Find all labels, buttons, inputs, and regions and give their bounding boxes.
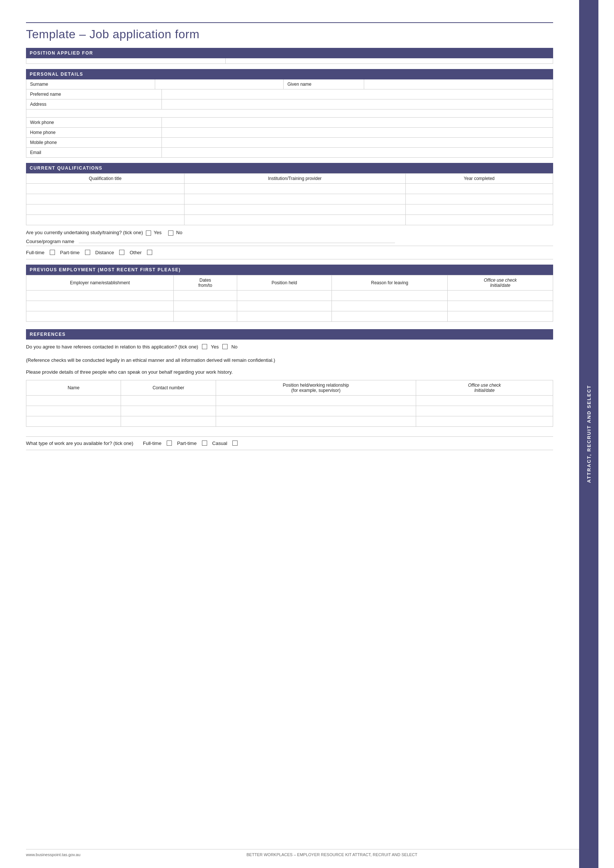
course-program-row: Course/program name: [26, 237, 553, 246]
emp-col3-header: Position held: [237, 275, 332, 290]
ref-r3c2[interactable]: [121, 416, 216, 426]
ref-r1c3[interactable]: [216, 395, 416, 406]
qual-row3-col1[interactable]: [26, 205, 185, 215]
qualifications-header: CURRENT QUALIFICATIONS: [26, 163, 553, 173]
other-checkbox[interactable]: [147, 250, 152, 255]
references-header: REFERENCES: [26, 329, 553, 339]
position-value-cell: [26, 58, 226, 64]
address-label: Address: [26, 99, 162, 109]
ref-r1c1[interactable]: [26, 395, 121, 406]
distance-label: Distance: [95, 250, 114, 255]
emp-r3c3[interactable]: [237, 311, 332, 321]
references-note1: (Reference checks will be conducted lega…: [26, 356, 553, 364]
email-value[interactable]: [162, 148, 553, 157]
given-name-label: Given name: [284, 79, 364, 89]
references-note2: Please provide details of three people w…: [26, 368, 553, 376]
surname-label: Surname: [26, 79, 155, 89]
references-question-text: Do you agree to have referees contacted …: [26, 344, 198, 350]
ref-col4-header: Office use check Initial/date: [416, 380, 553, 395]
parttime-checkbox[interactable]: [85, 250, 90, 255]
qual-col3-header: Year completed: [405, 174, 553, 184]
emp-r1c3[interactable]: [237, 290, 332, 301]
ref-no-label: No: [231, 344, 237, 350]
work-type-question: What type of work are you available for?…: [26, 440, 133, 446]
emp-r2c1[interactable]: [26, 301, 174, 311]
qual-row1-col3[interactable]: [405, 184, 553, 194]
emp-r2c2[interactable]: [174, 301, 237, 311]
position-empty-cell: [226, 58, 553, 64]
mobile-phone-value[interactable]: [162, 138, 553, 147]
qual-row4-col3[interactable]: [405, 215, 553, 225]
ref-yes-checkbox[interactable]: [202, 344, 207, 349]
qual-col1-header: Qualification title: [26, 174, 185, 184]
study-yes-label: Yes: [154, 230, 161, 235]
qual-row3-col2[interactable]: [184, 205, 405, 215]
ref-r2c2[interactable]: [121, 406, 216, 416]
ref-no-checkbox[interactable]: [222, 344, 228, 349]
home-phone-label: Home phone: [26, 128, 162, 137]
work-phone-value[interactable]: [162, 118, 553, 127]
emp-r2c5[interactable]: [448, 301, 553, 311]
study-question-row: Are you currently undertaking study/trai…: [26, 225, 553, 237]
study-mode-row: Full-time Part-time Distance Other: [26, 246, 553, 259]
qual-row4-col1[interactable]: [26, 215, 185, 225]
address-value[interactable]: [162, 99, 553, 109]
emp-r1c5[interactable]: [448, 290, 553, 301]
qual-row2-col2[interactable]: [184, 194, 405, 205]
ref-r1c2[interactable]: [121, 395, 216, 406]
references-question-row: Do you agree to have referees contacted …: [26, 339, 553, 353]
home-phone-value[interactable]: [162, 128, 553, 137]
ref-col2-header: Contact number: [121, 380, 216, 395]
ref-yes-label: Yes: [211, 344, 219, 350]
emp-r3c4[interactable]: [332, 311, 447, 321]
footer-left: www.businesspoint.tas.gov.au: [26, 852, 81, 857]
emp-r3c1[interactable]: [26, 311, 174, 321]
ref-r1c4[interactable]: [416, 395, 553, 406]
ref-r3c4[interactable]: [416, 416, 553, 426]
parttime-label: Part-time: [60, 250, 80, 255]
qual-row2-col3[interactable]: [405, 194, 553, 205]
emp-r1c4[interactable]: [332, 290, 447, 301]
course-label: Course/program name: [26, 239, 74, 244]
ref-r2c1[interactable]: [26, 406, 121, 416]
ref-col1-header: Name: [26, 380, 121, 395]
ref-r2c4[interactable]: [416, 406, 553, 416]
ref-fulltime-checkbox[interactable]: [167, 440, 172, 446]
ref-r3c1[interactable]: [26, 416, 121, 426]
work-type-row: What type of work are you available for?…: [26, 436, 553, 450]
page-title: Template – Job application form: [26, 28, 553, 41]
fulltime-checkbox[interactable]: [50, 250, 55, 255]
work-phone-label: Work phone: [26, 118, 162, 127]
employment-header: PREVIOUS EMPLOYMENT (MOST RECENT FIRST P…: [26, 265, 553, 275]
emp-r2c4[interactable]: [332, 301, 447, 311]
emp-col2-header: Dates from/to: [174, 275, 237, 290]
emp-r2c3[interactable]: [237, 301, 332, 311]
surname-value[interactable]: [155, 79, 284, 89]
emp-r3c2[interactable]: [174, 311, 237, 321]
qual-row1-col2[interactable]: [184, 184, 405, 194]
qual-row4-col2[interactable]: [184, 215, 405, 225]
ref-parttime-checkbox[interactable]: [202, 440, 207, 446]
other-label: Other: [130, 250, 142, 255]
qual-row2-col1[interactable]: [26, 194, 185, 205]
ref-casual-checkbox[interactable]: [233, 440, 237, 446]
study-yes-checkbox[interactable]: [146, 231, 151, 236]
preferred-name-value[interactable]: [162, 90, 553, 99]
study-question-text: Are you currently undertaking study/trai…: [26, 230, 143, 235]
ref-r2c3[interactable]: [216, 406, 416, 416]
distance-checkbox[interactable]: [119, 250, 124, 255]
study-no-checkbox[interactable]: [168, 231, 174, 236]
given-name-value[interactable]: [364, 79, 553, 89]
emp-r1c2[interactable]: [174, 290, 237, 301]
address-row2[interactable]: [26, 110, 553, 117]
qual-row3-col3[interactable]: [405, 205, 553, 215]
position-header: POSITION APPLIED FOR: [26, 48, 553, 58]
emp-r3c5[interactable]: [448, 311, 553, 321]
emp-r1c1[interactable]: [26, 290, 174, 301]
emp-col4-header: Reason for leaving: [332, 275, 447, 290]
personal-header: PERSONAL DETAILS: [26, 69, 553, 79]
emp-col1-header: Employer name/establishment: [26, 275, 174, 290]
qual-row1-col1[interactable]: [26, 184, 185, 194]
ref-r3c3[interactable]: [216, 416, 416, 426]
fulltime-label: Full-time: [26, 250, 45, 255]
